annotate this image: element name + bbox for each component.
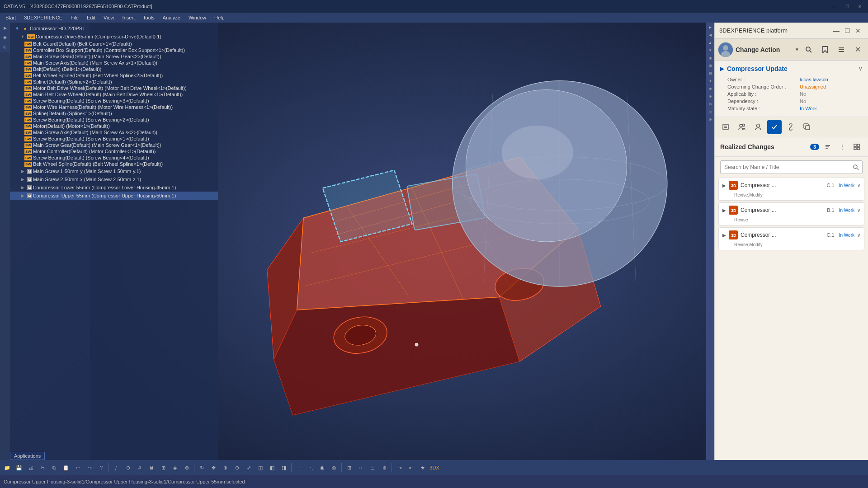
change-item-header-1[interactable]: ▶ 3D Compressor ... C.1 In Work ∨ xyxy=(719,178,864,192)
panel-minimize-button[interactable]: — xyxy=(831,25,842,36)
tb-fit-btn[interactable]: ⤢ xyxy=(243,462,254,473)
tree-item[interactable]: SW Spline(Default) (Spline<2>(Default)) xyxy=(10,79,218,85)
menu-3dexperience[interactable]: 3DEXPERIENCE xyxy=(20,14,66,21)
panel-bookmark-button[interactable] xyxy=(818,43,832,56)
rib-icon-8[interactable]: ✦ xyxy=(707,77,714,84)
panel-header-close-button[interactable]: ✕ xyxy=(851,43,864,56)
tb-measure-btn[interactable]: ⊙ xyxy=(123,462,133,473)
panel-search-button[interactable] xyxy=(802,43,816,56)
expand-all-button[interactable] xyxy=(851,141,863,153)
tree-item[interactable]: SW Main Screw Gear(Default) (Main Screw … xyxy=(10,142,218,148)
more-options-button[interactable]: ⋮ xyxy=(836,141,848,153)
rib-icon-10[interactable]: ⊗ xyxy=(707,93,714,100)
expand-icon-2[interactable]: ▶ xyxy=(722,208,726,213)
tree-item[interactable]: SW Screw Bearing(Default) (Screw Bearing… xyxy=(10,155,218,161)
tb-constr-btn[interactable]: ⊞ xyxy=(344,462,354,473)
menu-analyze[interactable]: Analyze xyxy=(159,14,184,21)
tb-part-btn[interactable]: ◈ xyxy=(170,462,180,473)
tree-item[interactable]: SW Screw Bearing(Default) (Screw Bearing… xyxy=(10,117,218,123)
tab-person[interactable] xyxy=(751,120,765,134)
tree-item[interactable]: ▶ M Main Screw 2-50mm-x (Main Screw 2-50… xyxy=(10,175,218,183)
tb-redo-btn[interactable]: ↪ xyxy=(84,462,95,473)
change-item-header-3[interactable]: ▶ 3D Compressor ... C.1 In Work ∨ xyxy=(719,228,864,242)
tb-cut-btn[interactable]: ✂ xyxy=(37,462,48,473)
tb-multisel-btn[interactable]: ⋱ xyxy=(305,462,316,473)
tree-item[interactable]: SW Screw Bearing(Default) (Screw Bearing… xyxy=(10,98,218,104)
rib-icon-5[interactable]: ◉ xyxy=(707,54,714,61)
expand-icon-1[interactable]: ▶ xyxy=(722,183,726,188)
toolbar-icon-2[interactable]: ◉ xyxy=(0,33,9,42)
tb-formula-btn[interactable]: ƒ xyxy=(111,462,122,473)
change-chevron-2[interactable]: ∨ xyxy=(857,208,860,213)
menu-insert[interactable]: Insert xyxy=(119,14,139,21)
panel-maximize-button[interactable]: ☐ xyxy=(842,25,853,36)
close-button[interactable]: ✕ xyxy=(855,2,864,11)
rib-icon-1[interactable]: ▶ xyxy=(707,23,714,31)
owner-value[interactable]: lucas lawson xyxy=(800,77,828,82)
tree-item[interactable]: ▼ SW Compressor-Drive-85-mm (Compressor-… xyxy=(10,33,218,41)
tb-rotate-btn[interactable]: ↻ xyxy=(196,462,207,473)
tb-hide-btn[interactable]: ◎ xyxy=(329,462,340,473)
tree-item[interactable]: SW Motor Belt Drive Wheel(Default) (Moto… xyxy=(10,85,218,91)
tb-open-btn[interactable]: 📁 xyxy=(2,462,13,473)
tree-item[interactable]: SW Screw Bearing(Default) (Screw Bearing… xyxy=(10,136,218,142)
rib-icon-6[interactable]: ⊞ xyxy=(707,62,714,69)
expand-icon-3[interactable]: ▶ xyxy=(722,233,726,238)
section-collapse-icon[interactable]: ∨ xyxy=(859,66,863,72)
tree-item[interactable]: ▶ M Main Screw 1-50mm-y (Main Screw 1-50… xyxy=(10,167,218,175)
tab-copy[interactable] xyxy=(800,120,814,134)
tb-import-btn[interactable]: ⇥ xyxy=(394,462,405,473)
tb-bom-btn[interactable]: ☰ xyxy=(367,462,378,473)
menu-start[interactable]: Start xyxy=(2,14,19,21)
governing-value[interactable]: Unassigned xyxy=(800,84,826,89)
tb-print-btn[interactable]: 🖨 xyxy=(25,462,36,473)
tb-wire-btn[interactable]: ◫ xyxy=(255,462,266,473)
tb-help-btn[interactable]: ? xyxy=(96,462,107,473)
rib-icon-4[interactable]: ▼ xyxy=(707,47,714,54)
tb-copy-btn[interactable]: ⧉ xyxy=(49,462,60,473)
tb-shade-btn[interactable]: ◧ xyxy=(267,462,278,473)
change-item-header-2[interactable]: ▶ 3D Compressor ... B.1 In Work ∨ xyxy=(719,203,864,217)
change-action-dropdown[interactable]: ▼ xyxy=(795,47,799,52)
tb-show-btn[interactable]: ◉ xyxy=(317,462,328,473)
rib-icon-11[interactable]: ⊘ xyxy=(707,100,714,108)
tb-normal-btn[interactable]: ◨ xyxy=(278,462,289,473)
tree-item[interactable]: SW Belt Wheel Spline(Default) (Belt Whee… xyxy=(10,72,218,79)
panel-menu-button[interactable] xyxy=(835,43,848,56)
tb-zoomout-btn[interactable]: ⊖ xyxy=(231,462,242,473)
tree-item[interactable]: SW Motor(Default) (Motor<1>(Default)) xyxy=(10,123,218,129)
section-header[interactable]: ▶ Compressor Update ∨ xyxy=(720,65,863,72)
toolbar-icon-1[interactable]: ▶ xyxy=(0,23,9,33)
search-box[interactable] xyxy=(720,160,863,174)
tab-link[interactable] xyxy=(783,120,798,134)
rib-icon-2[interactable]: ◀ xyxy=(707,31,714,38)
tab-details[interactable] xyxy=(718,120,733,134)
tree-item[interactable]: SW Belt(Default) (Belt<1>(Default)) xyxy=(10,66,218,72)
tb-zoomin-btn[interactable]: ⊕ xyxy=(220,462,231,473)
menu-edit[interactable]: Edit xyxy=(83,14,99,21)
tree-root[interactable]: ▼ ■ Compressor HO-220PSI xyxy=(10,24,218,33)
tree-item[interactable]: SW Motor Controller(Default) (Motor Cont… xyxy=(10,148,218,155)
tb-pan-btn[interactable]: ✥ xyxy=(208,462,219,473)
tree-item[interactable]: SW Belt Wheel Spline(Default) (Belt Whee… xyxy=(10,161,218,167)
tb-dim-btn[interactable]: ↔ xyxy=(355,462,366,473)
menu-help[interactable]: Help xyxy=(211,14,228,21)
tree-item[interactable]: SW Main Belt Drive Wheel(Default) (Main … xyxy=(10,91,218,98)
rib-icon-9[interactable]: ⊕ xyxy=(707,85,714,92)
tb-tree-btn[interactable]: ⊞ xyxy=(158,462,169,473)
minimize-button[interactable]: — xyxy=(830,2,839,11)
tb-export-btn[interactable]: ⇤ xyxy=(406,462,416,473)
tb-render-btn[interactable]: ★ xyxy=(417,462,428,473)
menu-tools[interactable]: Tools xyxy=(139,14,158,21)
change-chevron-3[interactable]: ∨ xyxy=(857,233,860,238)
tab-checkmark[interactable] xyxy=(767,120,782,134)
panel-close-button[interactable]: ✕ xyxy=(853,25,863,36)
tab-people[interactable] xyxy=(735,120,749,134)
tree-item[interactable]: SW Main Screw Axis(Default) (Main Screw … xyxy=(10,129,218,136)
tb-select-btn[interactable]: ⊹ xyxy=(293,462,304,473)
tree-panel[interactable]: ▼ ■ Compressor HO-220PSI ▼ SW Compressor… xyxy=(10,23,218,461)
menu-view[interactable]: View xyxy=(100,14,118,21)
tree-item[interactable]: SW Motor Wire Harness(Default) (Motor Wi… xyxy=(10,104,218,110)
tree-item[interactable]: SW Main Screw Axis(Default) (Main Screw … xyxy=(10,60,218,66)
tb-undo-btn[interactable]: ↩ xyxy=(72,462,83,473)
